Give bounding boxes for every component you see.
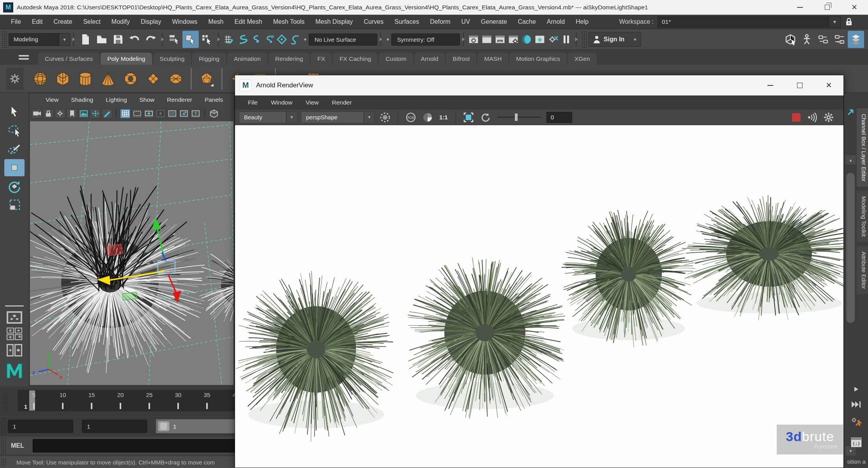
vp-camera-settings-icon[interactable] [55, 109, 65, 119]
shelf-tab-sculpting[interactable]: Sculpting [153, 53, 191, 65]
zoom-ratio-label[interactable]: 1:1 [438, 114, 449, 121]
sidebar-tab-modeling-toolkit[interactable]: Modeling Toolkit [857, 191, 868, 242]
menu-uv[interactable]: UV [456, 15, 476, 29]
sidebar-tab-channel-box-layer-editor[interactable]: Channel Box / Layer Editor [857, 108, 868, 187]
exposure-field[interactable]: 0 [546, 112, 572, 123]
attribute-editor-icon[interactable] [815, 31, 831, 48]
shelf-tab-curves-surfaces[interactable]: Curves / Surfaces [38, 53, 99, 65]
modeling-toolkit-icon[interactable] [782, 31, 799, 48]
poly-sphere-icon[interactable] [29, 67, 51, 90]
menu-cache[interactable]: Cache [513, 15, 541, 29]
menu-create[interactable]: Create [48, 15, 78, 29]
shelf-tab-poly-modeling[interactable]: Poly Modeling [101, 53, 152, 65]
toon-icon[interactable] [520, 31, 533, 48]
symmetry-field[interactable]: Symmetry: Off [391, 34, 460, 46]
vp-film-gate-icon[interactable] [132, 109, 142, 119]
background-toggle-icon[interactable] [421, 109, 434, 126]
drag-handle[interactable] [2, 31, 7, 48]
range-end-field[interactable]: 1 [82, 420, 147, 433]
group-separator[interactable] [160, 32, 165, 47]
vp-2d-pan-icon[interactable] [90, 109, 101, 119]
vp-field-chart-icon[interactable] [167, 109, 177, 119]
menu-select[interactable]: Select [78, 15, 106, 29]
viewport-canvas[interactable]: y z x [30, 121, 233, 385]
ipr-render-icon[interactable]: IPR [493, 31, 507, 48]
open-scene-icon[interactable] [94, 31, 110, 48]
group-separator[interactable] [71, 32, 76, 47]
scale-tool[interactable] [4, 197, 25, 214]
redo-icon[interactable] [143, 31, 159, 48]
menu-mesh[interactable]: Mesh [203, 15, 229, 29]
exposure-slider[interactable] [498, 117, 541, 118]
render-settings-icon[interactable] [507, 31, 520, 48]
vp-safe-title-icon[interactable]: T [190, 109, 201, 119]
arnold-titlebar[interactable]: M Arnold RenderView ✕ [235, 75, 843, 96]
group-separator[interactable] [461, 32, 466, 47]
rgb-channel-icon[interactable]: RGB [404, 109, 417, 126]
drag-handle[interactable] [582, 31, 587, 48]
group-separator[interactable] [574, 32, 579, 47]
pause-icon[interactable] [560, 31, 573, 48]
chevron-down-icon[interactable]: ▼ [303, 37, 307, 42]
range-start-field[interactable]: 1 [8, 420, 73, 433]
viewport-menu-shading[interactable]: Shading [65, 96, 99, 103]
poly-torus-icon[interactable] [119, 67, 142, 90]
render-canvas[interactable]: 3dbrute Furniture [235, 125, 843, 468]
poly-plane-icon[interactable] [142, 67, 164, 90]
shelf-tab-rendering[interactable]: Rendering [269, 53, 310, 65]
shelf-tab-animation[interactable]: Animation [227, 53, 267, 65]
vp-safe-action-icon[interactable] [179, 109, 189, 119]
render-setup-icon[interactable] [546, 31, 560, 48]
minimize-button[interactable] [786, 0, 813, 14]
vp-bookmark-icon[interactable] [67, 109, 77, 119]
menu-generate[interactable]: Generate [476, 15, 513, 29]
render-current-frame-icon[interactable] [480, 31, 493, 48]
select-component-icon[interactable] [199, 31, 215, 48]
vp-grid-icon[interactable] [120, 109, 131, 119]
script-editor-icon[interactable]: {;} [850, 437, 862, 448]
aov-dropdown[interactable]: Beauty ▼ [239, 112, 297, 123]
viewport-menu-view[interactable]: View [39, 96, 65, 103]
camera-dropdown[interactable]: perspShape ▼ [301, 112, 375, 123]
sidebar-tab-attribute-editor[interactable]: Attribute Editor [857, 246, 868, 294]
layout-two-pane-button[interactable] [5, 343, 23, 357]
arnold-close-button[interactable]: ✕ [814, 76, 843, 95]
arnold-menu-window[interactable]: Window [264, 99, 299, 106]
menu-deform[interactable]: Deform [424, 15, 456, 29]
new-scene-icon[interactable] [77, 31, 94, 48]
viewport-menu-panels[interactable]: Panels [198, 96, 229, 103]
save-scene-icon[interactable] [110, 31, 126, 48]
vp-gate-mask-icon[interactable] [155, 109, 166, 119]
menu-arnold[interactable]: Arnold [541, 15, 570, 29]
mel-label[interactable]: MEL [11, 442, 24, 449]
group-separator[interactable] [378, 32, 384, 47]
scroll-up-icon[interactable]: ▲ [845, 155, 856, 165]
drag-handle[interactable] [1, 418, 6, 435]
select-object-icon[interactable] [182, 31, 199, 48]
menu-windows[interactable]: Windows [166, 15, 203, 29]
tool-settings-icon[interactable]: KO [831, 31, 848, 48]
snap-curve-icon[interactable] [235, 31, 249, 48]
viewport-menu-show[interactable]: Show [133, 96, 161, 103]
drag-handle[interactable] [1, 458, 6, 466]
shelf-menu-icon[interactable] [19, 54, 29, 61]
close-button[interactable]: ✕ [841, 0, 868, 14]
layout-four-pane-button[interactable] [5, 327, 23, 341]
chevron-down-icon[interactable]: ▼ [386, 37, 390, 42]
poly-cube-icon[interactable] [51, 67, 74, 90]
humanik-icon[interactable] [799, 31, 815, 48]
menu-file[interactable]: File [5, 15, 27, 29]
snapshots-icon[interactable] [806, 112, 818, 123]
arnold-maximize-button[interactable] [785, 76, 814, 95]
popout-arrow-icon[interactable] [847, 108, 855, 116]
render-view-icon[interactable] [467, 31, 480, 48]
shelf-tab-motion-graphics[interactable]: Motion Graphics [509, 53, 567, 65]
menu-edit[interactable]: Edit [27, 15, 48, 29]
workspace-dropdown[interactable]: 01* ▼ [658, 16, 841, 28]
vp-headsup-cube-icon[interactable] [209, 109, 219, 119]
select-tool[interactable] [4, 103, 25, 120]
vp-greasepencil-icon[interactable] [102, 109, 112, 119]
channel-box-icon[interactable] [848, 31, 864, 48]
live-surface-field[interactable]: No Live Surface [309, 34, 377, 46]
drag-handle[interactable] [1, 437, 6, 454]
